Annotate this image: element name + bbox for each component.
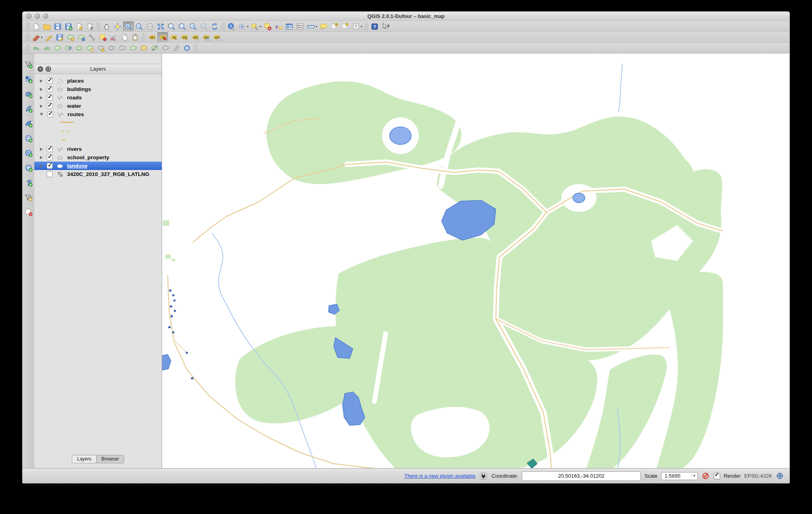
delete-part-button[interactable]: [117, 43, 128, 53]
save-project-button[interactable]: [52, 22, 63, 31]
pan-map-button[interactable]: [101, 22, 112, 31]
zoom-in-button[interactable]: [123, 22, 134, 31]
reshape-features-button[interactable]: [128, 43, 139, 53]
select-by-expression-button[interactable]: ε: [273, 22, 284, 31]
measure-line-button[interactable]: [305, 22, 316, 31]
node-tool-button[interactable]: [87, 32, 97, 42]
expander-right-icon[interactable]: [40, 79, 43, 83]
label-move-button[interactable]: abc: [179, 32, 190, 42]
whats-this-button[interactable]: ?: [380, 22, 391, 31]
fill-ring-button[interactable]: [95, 43, 106, 53]
zoom-full-button[interactable]: [155, 22, 166, 31]
label-settings-button[interactable]: abc: [147, 32, 157, 42]
field-calculator-button[interactable]: [295, 22, 305, 31]
new-print-composer-button[interactable]: [74, 22, 85, 31]
expander-right-icon[interactable]: [40, 105, 43, 108]
snapping-options-button[interactable]: [182, 43, 192, 53]
save-layer-edits-button[interactable]: [54, 32, 65, 42]
open-project-button[interactable]: [42, 22, 52, 31]
zoom-to-layer-button[interactable]: [177, 22, 188, 31]
text-annotation-button[interactable]: T: [351, 22, 361, 31]
label-change-button[interactable]: abc: [200, 32, 211, 42]
coordinate-input[interactable]: [522, 471, 641, 481]
run-feature-action-button[interactable]: [237, 22, 248, 31]
render-checkbox[interactable]: ✓: [714, 473, 720, 479]
scale-combo[interactable]: 1:5895 ▼: [661, 472, 698, 480]
delete-ring-button[interactable]: [106, 43, 117, 53]
expander-right-icon[interactable]: [40, 164, 43, 168]
label-properties-button[interactable]: abc: [211, 32, 222, 42]
add-ring-button[interactable]: [74, 43, 85, 53]
layer-checkbox-3420C_2010_327_RGB_LATLNG[interactable]: [47, 171, 53, 177]
map-canvas[interactable]: [162, 53, 790, 468]
toggle-editing-button[interactable]: [44, 32, 54, 42]
layer-checkbox-roads[interactable]: ✓: [47, 95, 53, 101]
layer-checkbox-places[interactable]: ✓: [47, 78, 53, 84]
plugin-available-link[interactable]: There is a new plugin available: [404, 473, 475, 479]
layer-checkbox-buildings[interactable]: ✓: [47, 86, 53, 92]
plugin-icon[interactable]: [479, 472, 488, 480]
delete-selected-button[interactable]: [97, 32, 108, 42]
copy-features-button[interactable]: [119, 32, 130, 42]
expander-right-icon[interactable]: [40, 156, 43, 159]
label-highlight-pinned-button[interactable]: ab: [168, 32, 179, 42]
map-tips-button[interactable]: [318, 22, 329, 31]
show-bookmarks-button[interactable]: [340, 22, 351, 31]
stop-rendering-icon[interactable]: [701, 472, 710, 480]
redo-button[interactable]: [42, 43, 52, 53]
zoom-last-button[interactable]: [188, 22, 198, 31]
remove-layer-button[interactable]: [23, 207, 34, 217]
cut-features-button[interactable]: [108, 32, 119, 42]
add-feature-button[interactable]: [65, 32, 76, 42]
rotate-point-symbols-button[interactable]: [171, 43, 182, 53]
new-project-button[interactable]: [31, 22, 42, 31]
layer-row-landuse[interactable]: ✓landuse: [34, 162, 162, 170]
deselect-features-button[interactable]: [262, 22, 273, 31]
new-bookmark-button[interactable]: [329, 22, 340, 31]
pan-to-selection-button[interactable]: [112, 22, 123, 31]
title-bar[interactable]: QGIS 2.0.1-Dufour – basic_map: [22, 12, 790, 22]
layer-row-school_property[interactable]: ✓school_property: [34, 153, 162, 162]
zoom-next-button[interactable]: [198, 22, 209, 31]
open-attribute-table-button[interactable]: [284, 22, 295, 31]
layer-row-3420C_2010_327_RGB_LATLNG[interactable]: 3420C_2010_327_RGB_LATLNG: [34, 170, 162, 178]
select-features-button[interactable]: [250, 22, 260, 31]
add-raster-layer-button[interactable]: [23, 74, 34, 84]
expander-right-icon[interactable]: [40, 148, 43, 151]
paste-features-button[interactable]: [130, 32, 141, 42]
simplify-feature-button[interactable]: [63, 43, 74, 53]
add-wfs-layer-button[interactable]: [23, 162, 34, 173]
composer-manager-button[interactable]: [85, 22, 95, 31]
zoom-native-button[interactable]: 1:1: [145, 22, 155, 31]
offset-curve-button[interactable]: [139, 43, 149, 53]
identify-features-button[interactable]: i: [226, 22, 237, 31]
layer-checkbox-rivers[interactable]: ✓: [47, 146, 53, 152]
layer-row-routes[interactable]: ✓routes: [34, 110, 162, 119]
add-part-button[interactable]: [85, 43, 95, 53]
layer-checkbox-routes[interactable]: ✓: [47, 111, 53, 117]
expander-right-icon[interactable]: [40, 88, 43, 91]
help-contents-button[interactable]: ?: [369, 22, 380, 31]
move-feature-button[interactable]: [76, 32, 87, 42]
expander-down-icon[interactable]: [40, 113, 43, 116]
add-mssql-layer-button[interactable]: [23, 118, 34, 128]
merge-features-button[interactable]: [160, 43, 171, 53]
expander-right-icon[interactable]: [40, 96, 43, 99]
add-delimited-text-layer-button[interactable]: [23, 177, 34, 188]
label-pin-unpin-button[interactable]: ab: [157, 32, 168, 42]
undo-button[interactable]: [31, 43, 42, 53]
layer-row-buildings[interactable]: ✓buildings: [34, 85, 162, 93]
zoom-out-button[interactable]: [134, 22, 145, 31]
add-wms-layer-button[interactable]: AT: [23, 133, 34, 143]
layer-row-rivers[interactable]: ✓rivers: [34, 145, 162, 153]
layer-checkbox-water[interactable]: ✓: [47, 103, 53, 109]
refresh-map-button[interactable]: [209, 22, 220, 31]
panel-tab-browser[interactable]: Browser: [97, 455, 124, 463]
layer-checkbox-school_property[interactable]: ✓: [47, 154, 53, 160]
layer-row-water[interactable]: ✓water: [34, 102, 162, 110]
new-shapefile-layer-button[interactable]: [23, 192, 34, 202]
add-spatialite-layer-button[interactable]: [23, 103, 34, 114]
panel-tab-layers[interactable]: Layers: [72, 455, 97, 463]
layer-checkbox-landuse[interactable]: ✓: [47, 163, 53, 169]
layer-row-roads[interactable]: ✓roads: [34, 93, 162, 102]
